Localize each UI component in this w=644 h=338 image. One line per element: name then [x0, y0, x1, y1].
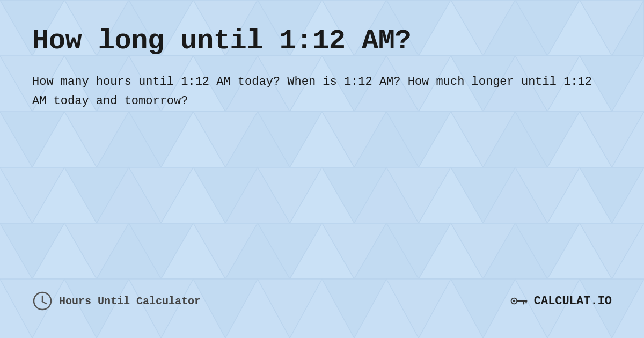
footer-brand-right: CALCULAT.IO	[509, 291, 612, 311]
clock-icon	[32, 291, 53, 311]
svg-point-111	[513, 300, 516, 303]
footer-brand-right-text: CALCULAT.IO	[534, 295, 612, 308]
page-title: How long until 1:12 AM?	[32, 26, 612, 56]
footer: Hours Until Calculator CALCULAT.IO	[32, 291, 612, 317]
svg-line-109	[42, 302, 46, 304]
footer-brand-left-text: Hours Until Calculator	[59, 295, 201, 307]
calculat-io-icon	[509, 291, 529, 311]
footer-brand-left: Hours Until Calculator	[32, 291, 201, 311]
page-description: How many hours until 1:12 AM today? When…	[32, 72, 612, 112]
